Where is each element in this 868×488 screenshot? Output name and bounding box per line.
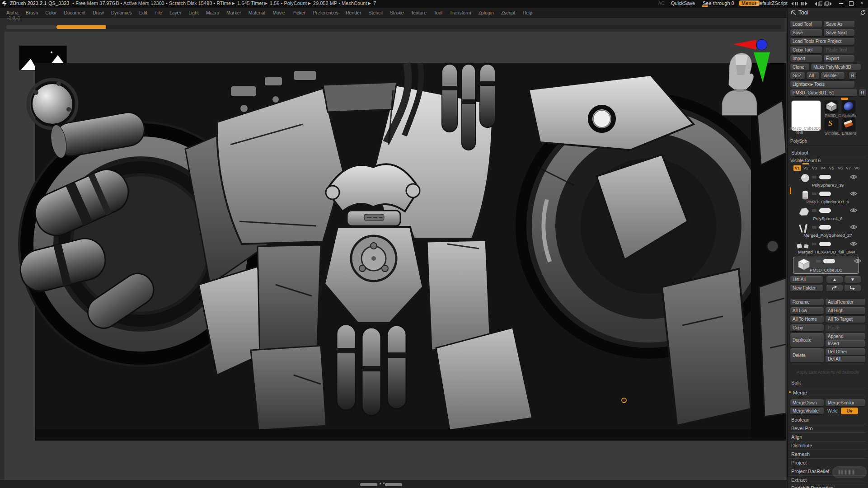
vtab-6[interactable]: V6 xyxy=(836,165,844,171)
vtab-7[interactable]: V7 xyxy=(845,165,852,171)
panel-collapse-arrow-icon[interactable] xyxy=(790,9,797,16)
menu-item-dynamics[interactable]: Dynamics xyxy=(111,10,132,15)
copy-button[interactable]: Copy xyxy=(790,324,824,331)
menu-item-draw[interactable]: Draw xyxy=(93,10,104,15)
split-section-header[interactable]: Split xyxy=(789,380,866,387)
hscroll-left-pill[interactable] xyxy=(360,483,377,486)
redshift-properties-section-header[interactable]: Redshift Properties xyxy=(789,485,866,488)
quicksave-button[interactable]: QuickSave xyxy=(671,0,695,6)
merge-down-button[interactable]: MergeDown xyxy=(790,399,824,406)
clone-button[interactable]: Clone xyxy=(790,64,809,70)
subtool-item[interactable]: PM3D_Cylinder3D1_9 xyxy=(789,190,866,206)
subtool-paint-pill[interactable] xyxy=(819,225,831,230)
make-polymesh3d-button[interactable]: Make PolyMesh3D xyxy=(811,64,861,70)
panel-refresh-icon[interactable] xyxy=(860,9,866,15)
visibility-eye-icon[interactable] xyxy=(850,174,857,179)
merge-similar-button[interactable]: MergeSimilar xyxy=(826,399,865,406)
active-tool-slider[interactable]: PM3D_Cube3D1. 51 xyxy=(790,89,857,96)
all-high-button[interactable]: All High xyxy=(826,307,865,314)
menu-item-marker[interactable]: Marker xyxy=(226,10,241,15)
subtool-paint-pill[interactable] xyxy=(819,175,831,179)
menu-item-document[interactable]: Document xyxy=(64,10,85,15)
append-button[interactable]: Append xyxy=(826,333,865,340)
mesh-thumbnail[interactable] xyxy=(825,100,838,113)
merge-section-header[interactable]: Merge xyxy=(791,389,866,397)
subtool-paint-pill[interactable] xyxy=(819,208,831,213)
new-folder-button[interactable]: New Folder xyxy=(790,285,823,291)
weld-label[interactable]: Weld xyxy=(827,408,838,413)
menu-item-help[interactable]: Help xyxy=(522,10,532,15)
menu-item-brush[interactable]: Brush xyxy=(26,10,38,15)
list-all-button[interactable]: List All xyxy=(790,276,823,283)
tool-slider-handle[interactable] xyxy=(841,98,848,100)
del-all-button[interactable]: Del All xyxy=(826,356,865,362)
see-through-handle[interactable] xyxy=(702,5,708,7)
del-other-button[interactable]: Del Other xyxy=(826,348,865,355)
all-to-home-button[interactable]: All To Home xyxy=(790,316,824,323)
subtool-item[interactable]: Merged_HEXAPOD_full_BM4_ xyxy=(789,240,866,256)
menu-item-preferences[interactable]: Preferences xyxy=(313,10,338,15)
duplicate-button[interactable]: Duplicate xyxy=(790,333,824,347)
goz-all-button[interactable]: All xyxy=(807,72,819,79)
all-to-target-button[interactable]: All To Target xyxy=(826,316,865,323)
menu-item-texture[interactable]: Texture xyxy=(411,10,426,15)
menu-item-zplugin[interactable]: Zplugin xyxy=(478,10,493,15)
goz-r-button[interactable]: R xyxy=(849,72,856,79)
menu-item-tool[interactable]: Tool xyxy=(434,10,442,15)
visible-count-slider[interactable]: Visible Count 6 xyxy=(790,158,821,163)
visible-count-handle[interactable] xyxy=(802,163,809,164)
save-button[interactable]: Save xyxy=(790,29,822,36)
distribute-section-header[interactable]: Distribute xyxy=(789,442,866,450)
vtab-5[interactable]: V5 xyxy=(828,165,835,171)
visibility-eye-icon[interactable] xyxy=(850,191,857,196)
visibility-eye-icon[interactable] xyxy=(854,258,861,263)
doc-prev-icon[interactable] xyxy=(814,1,822,6)
uv-toggle-button[interactable]: Uv xyxy=(841,408,858,414)
restore-button[interactable] xyxy=(849,1,854,6)
default-zscript-button[interactable]: DefaultZScript xyxy=(756,0,788,6)
lightbox-tools-button[interactable]: Lightbox►Tools xyxy=(790,81,854,88)
save-next-button[interactable]: Save Next xyxy=(824,29,854,36)
visibility-eye-icon[interactable] xyxy=(850,225,857,230)
hscroll-right-pill[interactable] xyxy=(385,483,402,486)
load-tool-button[interactable]: Load Tool xyxy=(790,21,822,28)
subtool-item[interactable]: Merged_PolySphere3_27 xyxy=(789,223,866,239)
menu-item-layer[interactable]: Layer xyxy=(169,10,181,15)
slider-orange-handle[interactable] xyxy=(56,25,106,29)
menu-item-transform[interactable]: Transform xyxy=(450,10,471,15)
merge-visible-button[interactable]: MergeVisible xyxy=(790,408,824,414)
save-as-button[interactable]: Save As xyxy=(824,21,854,28)
subtool-paint-pill[interactable] xyxy=(823,259,835,263)
export-button[interactable]: Export xyxy=(824,55,854,62)
move-into-folder-button[interactable] xyxy=(845,285,861,291)
scrub-forward-icon[interactable] xyxy=(800,1,808,6)
scrub-back-icon[interactable] xyxy=(791,1,798,6)
visibility-eye-icon[interactable] xyxy=(850,208,857,213)
eraser-thumbnail[interactable] xyxy=(842,118,855,130)
align-section-header[interactable]: Align xyxy=(789,434,866,441)
rename-button[interactable]: Rename xyxy=(790,299,824,305)
minimize-button[interactable] xyxy=(839,3,843,4)
menu-item-movie[interactable]: Movie xyxy=(272,10,285,15)
vtab-1[interactable]: V1 xyxy=(793,165,801,171)
autoreorder-button[interactable]: AutoReorder xyxy=(826,299,865,305)
menu-item-color[interactable]: Color xyxy=(45,10,56,15)
menu-item-edit[interactable]: Edit xyxy=(139,10,147,15)
menu-item-file[interactable]: File xyxy=(155,10,162,15)
load-tools-from-project-button[interactable]: Load Tools From Project xyxy=(790,38,854,45)
import-button[interactable]: Import xyxy=(790,55,822,62)
menu-item-light[interactable]: Light xyxy=(188,10,199,15)
menu-item-macro[interactable]: Macro xyxy=(206,10,219,15)
document-scroll-slider[interactable] xyxy=(6,25,781,29)
doc-next-icon[interactable] xyxy=(824,1,832,6)
subtool-item-selected[interactable]: PM3D_Cube3D1 xyxy=(793,257,859,274)
goz-button[interactable]: GoZ xyxy=(790,72,805,79)
goz-visible-button[interactable]: Visible xyxy=(821,72,845,79)
material-thumbnail[interactable]: S xyxy=(825,118,838,130)
visibility-eye-icon[interactable] xyxy=(850,241,857,246)
menu-item-render[interactable]: Render xyxy=(346,10,361,15)
subtool-section-header[interactable]: Subtool xyxy=(789,150,866,157)
alpha-slot-thumbnail[interactable] xyxy=(842,100,855,113)
menu-item-material[interactable]: Material xyxy=(249,10,265,15)
menu-item-stroke[interactable]: Stroke xyxy=(390,10,404,15)
